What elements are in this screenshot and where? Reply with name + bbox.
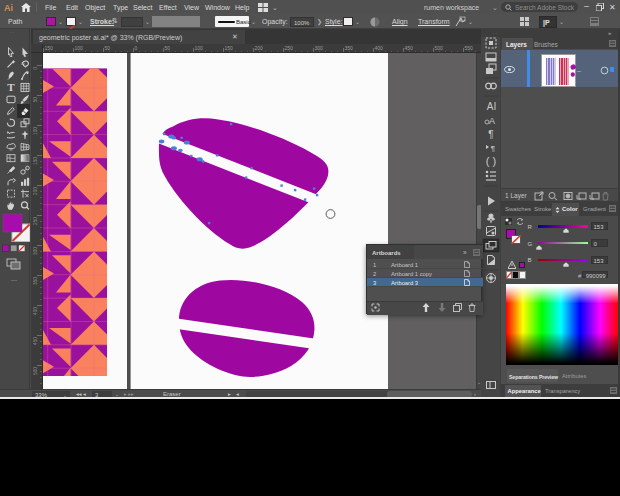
svg-text:¶: ¶ (488, 129, 493, 140)
svg-text:¶: ¶ (491, 144, 495, 153)
svg-text:( ): ( ) (486, 155, 496, 167)
svg-text:...: ... (11, 275, 17, 282)
svg-text:T: T (7, 81, 15, 93)
svg-text:A: A (489, 116, 495, 126)
svg-text:A: A (487, 101, 494, 112)
